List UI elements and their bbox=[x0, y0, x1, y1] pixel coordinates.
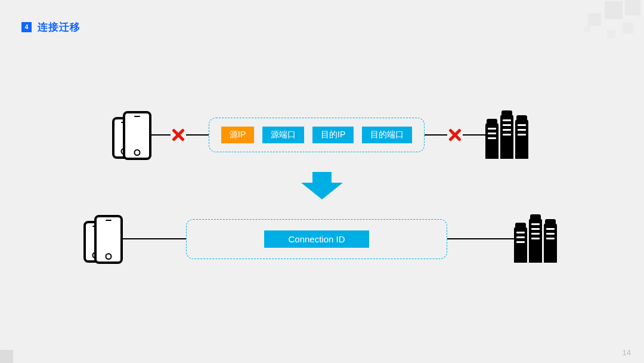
diagram-row-4tuple: 源IP 源端口 目的IP 目的端口 bbox=[0, 111, 644, 159]
chip-connection-id: Connection ID bbox=[264, 230, 369, 248]
wire bbox=[186, 134, 209, 136]
wire bbox=[119, 238, 186, 239]
footer-logo-placeholder bbox=[0, 350, 13, 363]
phone-icon bbox=[83, 215, 119, 263]
cross-icon bbox=[447, 127, 463, 143]
server-icon bbox=[485, 111, 532, 159]
chip-dest-ip: 目的IP bbox=[312, 127, 354, 143]
tuple-box: 源IP 源端口 目的IP 目的端口 bbox=[209, 118, 425, 152]
diagram-row-connection-id: Connection ID bbox=[0, 215, 644, 263]
cross-icon bbox=[171, 127, 186, 143]
wire bbox=[425, 134, 447, 136]
page-number: 14 bbox=[623, 348, 631, 357]
phone-icon bbox=[112, 111, 148, 159]
server-icon bbox=[514, 215, 561, 263]
title-index: 4 bbox=[21, 22, 32, 32]
connection-id-box: Connection ID bbox=[186, 219, 447, 259]
chip-source-ip: 源IP bbox=[221, 127, 254, 143]
chip-source-port: 源端口 bbox=[262, 127, 304, 143]
corner-decoration bbox=[561, 0, 644, 48]
slide: 4 连接迁移 源IP 源端口 目的IP 目的端口 bbox=[0, 0, 644, 363]
down-arrow-icon bbox=[301, 172, 343, 201]
wire bbox=[447, 238, 514, 239]
slide-title: 4 连接迁移 bbox=[21, 20, 80, 34]
chip-dest-port: 目的端口 bbox=[362, 127, 412, 143]
title-text: 连接迁移 bbox=[38, 20, 80, 34]
wire bbox=[463, 134, 485, 136]
